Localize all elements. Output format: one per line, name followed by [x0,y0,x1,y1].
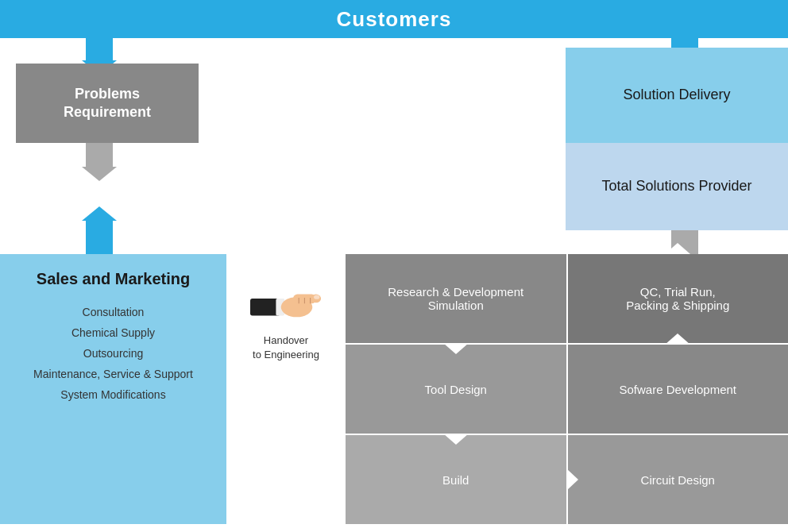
circuit-design-cell: Circuit Design [568,435,789,524]
handover-label: Handoverto Engineering [253,333,319,362]
arrow-blue-up-right [667,6,702,54]
solution-delivery-box: Solution Delivery [566,48,788,143]
qc-label: QC, Trial Run,Packing & Shipping [626,285,729,312]
total-solutions-box: Total Solutions Provider [566,143,788,230]
total-solutions-label: Total Solutions Provider [601,176,751,196]
problems-label: ProblemsRequirement [64,85,151,122]
build-label: Build [442,473,469,487]
tool-design-label: Tool Design [425,383,487,396]
software-dev-cell: Sofware Development [568,345,789,434]
rd-simulation-cell: Research & DevelopmentSimulation [346,254,566,343]
svg-rect-0 [250,299,280,316]
sales-item-system-mods: System Modifications [60,388,165,401]
solution-delivery-label: Solution Delivery [623,85,730,105]
sales-marketing-box: Sales and Marketing Consultation Chemica… [0,254,226,524]
engineering-grid: Research & DevelopmentSimulation QC, Tri… [346,254,788,524]
circuit-design-label: Circuit Design [641,473,715,487]
sales-title: Sales and Marketing [37,270,190,288]
tool-design-cell: Tool Design [346,345,566,434]
svg-point-5 [314,295,319,299]
sales-item-consultation: Consultation [83,306,145,318]
arrow-gray-down [82,143,117,181]
hand-pointing-icon [250,278,322,326]
qc-cell: QC, Trial Run,Packing & Shipping [568,254,789,343]
customers-label: Customers [337,7,452,32]
build-cell: Build [346,435,566,524]
rd-label: Research & DevelopmentSimulation [388,285,523,312]
sales-item-maintenance: Maintenance, Service & Support [33,368,193,380]
sales-item-outsourcing: Outsourcing [83,347,143,360]
hand-svg [250,278,322,326]
problems-requirement-box: ProblemsRequirement [16,64,199,143]
software-dev-label: Sofware Development [619,383,736,396]
handover-area: Handoverto Engineering [226,254,346,524]
sales-item-chemical: Chemical Supply [71,326,155,339]
